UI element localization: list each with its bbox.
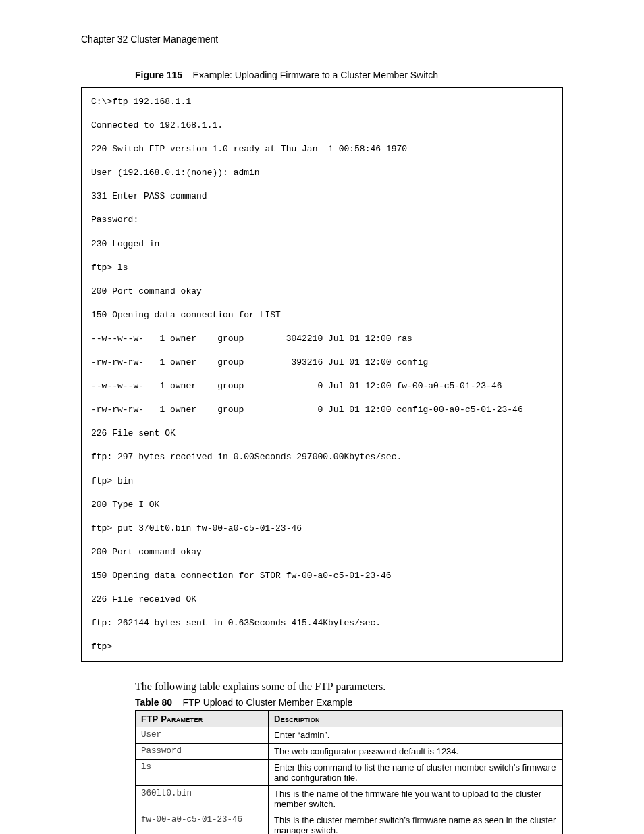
code-line: 220 Switch FTP version 1.0 ready at Thu …	[91, 143, 553, 155]
code-block: C:\>ftp 192.168.1.1 Connected to 192.168…	[81, 87, 563, 662]
code-line: --w--w--w- 1 owner group 0 Jul 01 12:00 …	[91, 380, 553, 392]
code-line: ftp> put 370lt0.bin fw-00-a0-c5-01-23-46	[91, 523, 553, 535]
code-line: Password:	[91, 214, 553, 226]
col-header-parameter: FTP Parameter	[136, 710, 269, 727]
code-line: --w--w--w- 1 owner group 3042210 Jul 01 …	[91, 333, 553, 345]
code-line: 200 Port command okay	[91, 286, 553, 298]
table-title: FTP Upload to Cluster Member Example	[183, 697, 353, 708]
param-cell: ls	[136, 759, 269, 785]
table-caption: Table 80 FTP Upload to Cluster Member Ex…	[135, 697, 563, 708]
ftp-parameter-table: FTP Parameter Description User Enter “ad…	[135, 710, 563, 834]
table-row: Password The web configurator password d…	[136, 743, 563, 759]
table-row: ls Enter this command to list the name o…	[136, 759, 563, 785]
figure-label: Figure 115	[135, 70, 182, 80]
desc-cell: This is the cluster member switch’s firm…	[269, 812, 563, 834]
desc-cell: This is the name of the firmware file yo…	[269, 785, 563, 812]
code-line: C:\>ftp 192.168.1.1	[91, 96, 553, 108]
desc-cell: The web configurator password default is…	[269, 743, 563, 759]
code-line: 226 File sent OK	[91, 427, 553, 440]
code-line: 226 File received OK	[91, 594, 553, 606]
code-line: Connected to 192.168.1.1.	[91, 120, 553, 132]
param-cell: User	[136, 727, 269, 743]
param-cell: 360lt0.bin	[136, 785, 269, 812]
code-line: 331 Enter PASS command	[91, 190, 553, 203]
col-header-description: Description	[269, 710, 563, 727]
code-line: -rw-rw-rw- 1 owner group 0 Jul 01 12:00 …	[91, 404, 553, 416]
table-header-row: FTP Parameter Description	[136, 710, 563, 727]
table-row: 360lt0.bin This is the name of the firmw…	[136, 785, 563, 812]
code-line: 200 Port command okay	[91, 546, 553, 558]
running-header: Chapter 32 Cluster Management	[81, 34, 563, 49]
table-label: Table 80	[135, 697, 172, 708]
table-row: User Enter “admin”.	[136, 727, 563, 743]
code-line: 150 Opening data connection for STOR fw-…	[91, 570, 553, 582]
code-line: ftp: 262144 bytes sent in 0.63Seconds 41…	[91, 617, 553, 629]
page: Chapter 32 Cluster Management Figure 115…	[0, 0, 644, 834]
figure-caption: Figure 115 Example: Uploading Firmware t…	[135, 70, 563, 80]
table-row: fw-00-a0-c5-01-23-46 This is the cluster…	[136, 812, 563, 834]
table-intro-paragraph: The following table explains some of the…	[135, 681, 563, 693]
code-line: User (192.168.0.1:(none)): admin	[91, 167, 553, 179]
header-rule	[81, 49, 563, 49]
desc-cell: Enter this command to list the name of c…	[269, 759, 563, 785]
code-line: 200 Type I OK	[91, 499, 553, 511]
code-line: ftp: 297 bytes received in 0.00Seconds 2…	[91, 451, 553, 463]
code-line: ftp> ls	[91, 262, 553, 274]
code-line: 230 Logged in	[91, 238, 553, 251]
param-cell: Password	[136, 743, 269, 759]
code-line: ftp>	[91, 641, 553, 653]
figure-title: Example: Uploading Firmware to a Cluster…	[193, 70, 438, 80]
desc-cell: Enter “admin”.	[269, 727, 563, 743]
code-line: ftp> bin	[91, 475, 553, 488]
param-cell: fw-00-a0-c5-01-23-46	[136, 812, 269, 834]
code-line: -rw-rw-rw- 1 owner group 393216 Jul 01 1…	[91, 357, 553, 369]
code-line: 150 Opening data connection for LIST	[91, 309, 553, 321]
